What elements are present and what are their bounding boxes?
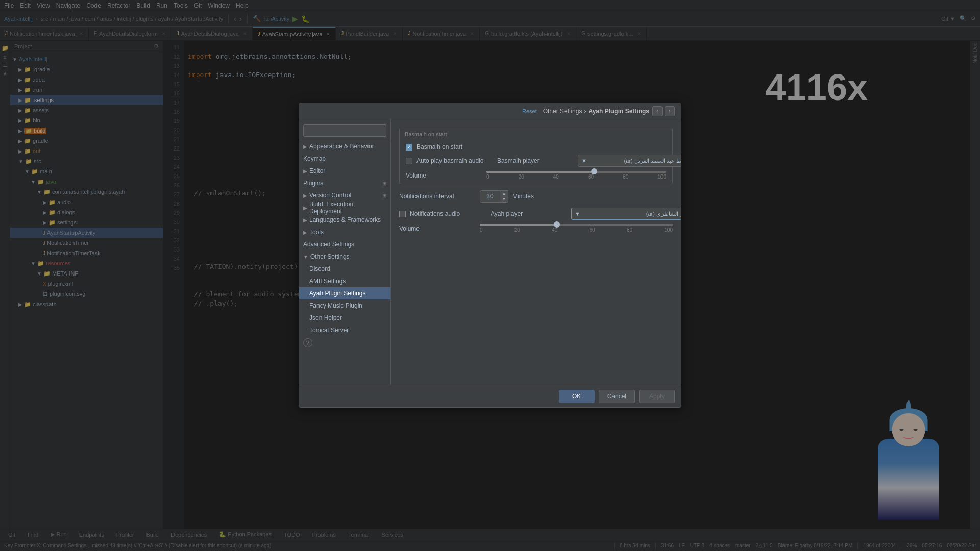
- expand-icon: ▶: [303, 168, 307, 174]
- ok-button[interactable]: OK: [559, 390, 595, 403]
- sidebar-item-label: Advanced Settings: [303, 241, 354, 248]
- sidebar-item-ayah-plugin[interactable]: Ayah Plugin Settings: [299, 287, 390, 299]
- plugins-badge: ⊞: [382, 181, 386, 186]
- sidebar-item-label: Build, Execution, Deployment: [309, 201, 386, 215]
- settings-dialog: Reset Other Settings › Ayah Plugin Setti…: [299, 103, 681, 408]
- modal-body: ▶ Appearance & Behavior Keymap ▶ Editor …: [299, 119, 681, 385]
- volume2-track[interactable]: [480, 224, 673, 226]
- sidebar-item-languages[interactable]: ▶ Languages & Frameworks: [299, 214, 390, 226]
- volume1-row: Volume 0 20 40 60: [406, 171, 666, 180]
- basmalh-group-title: Basmalh on start: [400, 128, 672, 139]
- sidebar-item-tomcat[interactable]: Tomcat Server: [299, 324, 390, 336]
- sidebar-item-other-settings[interactable]: ▼ Other Settings: [299, 251, 390, 263]
- expand-icon: ▶: [303, 217, 307, 223]
- basmalh-group-content: Basmalh on start Auto play basmalh audio…: [400, 139, 672, 184]
- nav-back-btn[interactable]: ‹: [652, 106, 663, 116]
- basmalh-on-start-checkbox[interactable]: [406, 144, 412, 151]
- expand-icon: ▶: [303, 144, 307, 149]
- sidebar-item-label: Languages & Frameworks: [309, 216, 381, 223]
- notif-audio-checkbox[interactable]: [399, 211, 406, 217]
- sidebar-item-label: Tomcat Server: [309, 327, 349, 334]
- expand-icon: ▼: [303, 254, 308, 260]
- help-button[interactable]: ?: [303, 338, 312, 347]
- help-area: ?: [299, 338, 390, 347]
- sidebar-item-json-helper[interactable]: Json Helper: [299, 312, 390, 324]
- sidebar-item-amii[interactable]: AMII Settings: [299, 275, 390, 287]
- sidebar-item-editor[interactable]: ▶ Editor: [299, 165, 390, 177]
- sidebar-item-advanced-settings[interactable]: Advanced Settings: [299, 238, 390, 251]
- sidebar-item-label: Fancy Music Plugin: [309, 302, 362, 309]
- expand-icon: ▶: [303, 230, 307, 235]
- breadcrumb-separator: ›: [584, 108, 586, 115]
- sidebar-item-tools[interactable]: ▶ Tools: [299, 226, 390, 238]
- notif-audio-row: Notifications audio Ayah player أبو بكر …: [399, 208, 673, 220]
- nav-forward-btn[interactable]: ›: [665, 106, 675, 116]
- sidebar-item-label: AMII Settings: [309, 278, 346, 285]
- sidebar-item-plugins[interactable]: Plugins ⊞: [299, 177, 390, 189]
- basmalh-on-start-label: Basmalh on start: [416, 143, 493, 151]
- modal-search: [299, 121, 390, 140]
- sidebar-item-label: Json Helper: [309, 314, 342, 321]
- sidebar-item-label: Version Control: [309, 192, 351, 199]
- volume1-label: Volume: [406, 172, 482, 179]
- sidebar-item-label: Appearance & Behavior: [309, 143, 374, 150]
- sidebar-item-label: Ayah Plugin Settings: [309, 290, 366, 297]
- spinbox-up-btn[interactable]: ▲: [500, 190, 508, 196]
- auto-play-label: Auto play basmalh audio: [416, 157, 493, 164]
- sidebar-item-label: Plugins: [303, 180, 323, 187]
- notif-audio-label: Notifications audio: [410, 210, 486, 217]
- sidebar-item-vcs[interactable]: ▶ Version Control ⊞: [299, 189, 390, 202]
- sidebar-item-build-exec[interactable]: ▶ Build, Execution, Deployment: [299, 202, 390, 214]
- notif-interval-label: Notifications interval: [399, 193, 476, 200]
- volume2-labels: 0 20 40 60 80 100: [480, 227, 673, 233]
- expand-icon: ▶: [303, 205, 307, 211]
- ayah-player-label: Ayah player: [491, 210, 567, 217]
- sidebar-item-label: Editor: [309, 167, 325, 174]
- sidebar-item-discord[interactable]: Discord: [299, 263, 390, 275]
- modal-overlay[interactable]: Reset Other Settings › Ayah Plugin Setti…: [0, 0, 980, 551]
- auto-play-row: Auto play basmalh audio Basmalh player ع…: [406, 155, 666, 167]
- notif-interval-row: Notifications interval ▲ ▼ Minutes: [399, 190, 673, 203]
- ayah-player-dropdown[interactable]: أبو بكر الشاطري (ar) ▼: [571, 208, 681, 220]
- expand-icon: ▶: [303, 193, 307, 198]
- volume1-slider-container: 0 20 40 60 80 100: [486, 171, 666, 180]
- volume2-label: Volume: [399, 225, 476, 232]
- basmalh-group: Basmalh on start Basmalh on start Auto p…: [399, 128, 673, 184]
- modal-header: Reset Other Settings › Ayah Plugin Setti…: [299, 103, 681, 119]
- dropdown-arrow-icon: ▼: [575, 211, 580, 217]
- apply-button[interactable]: Apply: [639, 390, 675, 403]
- notif-interval-spinbox[interactable]: ▲ ▼: [480, 190, 508, 203]
- sidebar-item-keymap[interactable]: Keymap: [299, 153, 390, 165]
- breadcrumb-part2: Ayah Plugin Settings: [588, 108, 649, 115]
- volume2-row: Volume 0 20 40 60 80 100: [399, 224, 673, 233]
- breadcrumb-part1: Other Settings: [543, 108, 582, 115]
- basmalh-on-start-row: Basmalh on start: [406, 143, 666, 151]
- volume2-slider-container: 0 20 40 60 80 100: [480, 224, 673, 233]
- basmalh-player-label: Basmalh player: [497, 157, 574, 164]
- breadcrumb: Reset Other Settings › Ayah Plugin Setti…: [305, 108, 649, 115]
- dropdown-arrow-icon: ▼: [581, 158, 587, 164]
- notif-interval-input[interactable]: [480, 190, 500, 203]
- modal-footer: OK Cancel Apply: [299, 385, 681, 407]
- sidebar-item-label: Discord: [309, 265, 330, 272]
- sidebar-item-label: Tools: [309, 229, 324, 236]
- sidebar-item-label: Other Settings: [310, 253, 350, 260]
- volume1-track[interactable]: [486, 171, 666, 173]
- basmalh-player-value: عبد الباسط عبد الصمد المرتل (ar): [624, 158, 681, 164]
- settings-search-input[interactable]: [303, 124, 386, 137]
- sidebar-item-label: Keymap: [303, 155, 326, 162]
- ayah-player-value: أبو بكر الشاطري (ar): [646, 211, 681, 217]
- minutes-label: Minutes: [512, 193, 589, 200]
- vcs-badge: ⊞: [382, 193, 386, 198]
- cancel-button[interactable]: Cancel: [599, 390, 635, 403]
- sidebar-item-fancy-music[interactable]: Fancy Music Plugin: [299, 299, 390, 312]
- volume1-labels: 0 20 40 60 80 100: [486, 174, 666, 180]
- auto-play-checkbox[interactable]: [406, 158, 412, 164]
- spinbox-down-btn[interactable]: ▼: [500, 196, 508, 203]
- sidebar-item-appearance[interactable]: ▶ Appearance & Behavior: [299, 140, 390, 153]
- modal-nav-buttons: ‹ ›: [652, 106, 675, 116]
- basmalh-player-dropdown[interactable]: عبد الباسط عبد الصمد المرتل (ar) ▼: [578, 155, 681, 167]
- breadcrumb-reset[interactable]: Reset: [522, 108, 537, 114]
- modal-settings-content: Basmalh on start Basmalh on start Auto p…: [391, 119, 681, 385]
- modal-sidebar: ▶ Appearance & Behavior Keymap ▶ Editor …: [299, 119, 391, 385]
